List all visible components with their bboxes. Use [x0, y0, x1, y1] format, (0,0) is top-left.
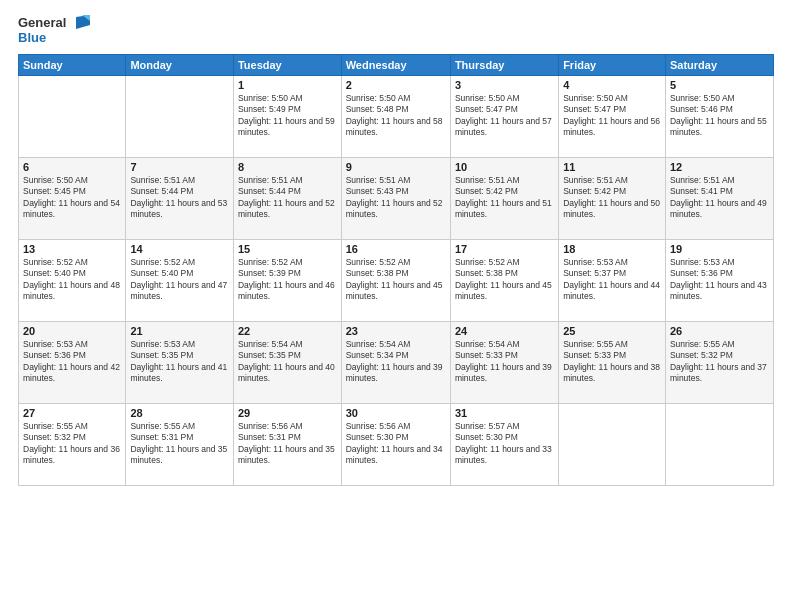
weekday-header-sunday: Sunday — [19, 54, 126, 75]
calendar-cell: 25Sunrise: 5:55 AMSunset: 5:33 PMDayligh… — [559, 321, 666, 403]
calendar-cell: 11Sunrise: 5:51 AMSunset: 5:42 PMDayligh… — [559, 157, 666, 239]
calendar-cell: 19Sunrise: 5:53 AMSunset: 5:36 PMDayligh… — [665, 239, 773, 321]
day-info: Sunrise: 5:51 AMSunset: 5:44 PMDaylight:… — [130, 175, 229, 221]
day-number: 14 — [130, 243, 229, 255]
calendar-cell: 16Sunrise: 5:52 AMSunset: 5:38 PMDayligh… — [341, 239, 450, 321]
calendar-cell: 28Sunrise: 5:55 AMSunset: 5:31 PMDayligh… — [126, 403, 234, 485]
day-number: 4 — [563, 79, 661, 91]
calendar-cell: 15Sunrise: 5:52 AMSunset: 5:39 PMDayligh… — [233, 239, 341, 321]
week-row-5: 27Sunrise: 5:55 AMSunset: 5:32 PMDayligh… — [19, 403, 774, 485]
day-info: Sunrise: 5:55 AMSunset: 5:33 PMDaylight:… — [563, 339, 661, 385]
week-row-3: 13Sunrise: 5:52 AMSunset: 5:40 PMDayligh… — [19, 239, 774, 321]
day-number: 21 — [130, 325, 229, 337]
calendar-cell: 12Sunrise: 5:51 AMSunset: 5:41 PMDayligh… — [665, 157, 773, 239]
logo-svg-container: General Blue — [18, 16, 90, 46]
calendar-cell: 13Sunrise: 5:52 AMSunset: 5:40 PMDayligh… — [19, 239, 126, 321]
day-info: Sunrise: 5:50 AMSunset: 5:46 PMDaylight:… — [670, 93, 769, 139]
day-number: 24 — [455, 325, 554, 337]
calendar-cell: 1Sunrise: 5:50 AMSunset: 5:49 PMDaylight… — [233, 75, 341, 157]
calendar-cell: 2Sunrise: 5:50 AMSunset: 5:48 PMDaylight… — [341, 75, 450, 157]
day-number: 2 — [346, 79, 446, 91]
logo-text-block: General Blue — [18, 16, 66, 46]
day-number: 5 — [670, 79, 769, 91]
header: General Blue — [18, 16, 774, 46]
calendar-cell: 14Sunrise: 5:52 AMSunset: 5:40 PMDayligh… — [126, 239, 234, 321]
day-number: 20 — [23, 325, 121, 337]
day-info: Sunrise: 5:52 AMSunset: 5:40 PMDaylight:… — [23, 257, 121, 303]
day-info: Sunrise: 5:53 AMSunset: 5:36 PMDaylight:… — [23, 339, 121, 385]
weekday-header-thursday: Thursday — [450, 54, 558, 75]
calendar-cell: 21Sunrise: 5:53 AMSunset: 5:35 PMDayligh… — [126, 321, 234, 403]
day-number: 19 — [670, 243, 769, 255]
day-number: 29 — [238, 407, 337, 419]
day-info: Sunrise: 5:51 AMSunset: 5:43 PMDaylight:… — [346, 175, 446, 221]
day-info: Sunrise: 5:51 AMSunset: 5:42 PMDaylight:… — [455, 175, 554, 221]
day-info: Sunrise: 5:50 AMSunset: 5:47 PMDaylight:… — [563, 93, 661, 139]
calendar-cell — [559, 403, 666, 485]
logo-blue: Blue — [18, 31, 66, 46]
calendar-cell — [126, 75, 234, 157]
day-info: Sunrise: 5:57 AMSunset: 5:30 PMDaylight:… — [455, 421, 554, 467]
day-number: 18 — [563, 243, 661, 255]
day-number: 1 — [238, 79, 337, 91]
calendar-cell: 5Sunrise: 5:50 AMSunset: 5:46 PMDaylight… — [665, 75, 773, 157]
calendar-cell: 31Sunrise: 5:57 AMSunset: 5:30 PMDayligh… — [450, 403, 558, 485]
calendar-cell: 30Sunrise: 5:56 AMSunset: 5:30 PMDayligh… — [341, 403, 450, 485]
weekday-header-friday: Friday — [559, 54, 666, 75]
day-info: Sunrise: 5:50 AMSunset: 5:48 PMDaylight:… — [346, 93, 446, 139]
day-info: Sunrise: 5:54 AMSunset: 5:33 PMDaylight:… — [455, 339, 554, 385]
calendar-cell: 17Sunrise: 5:52 AMSunset: 5:38 PMDayligh… — [450, 239, 558, 321]
week-row-2: 6Sunrise: 5:50 AMSunset: 5:45 PMDaylight… — [19, 157, 774, 239]
day-number: 12 — [670, 161, 769, 173]
calendar-cell: 27Sunrise: 5:55 AMSunset: 5:32 PMDayligh… — [19, 403, 126, 485]
day-info: Sunrise: 5:54 AMSunset: 5:34 PMDaylight:… — [346, 339, 446, 385]
calendar-cell: 23Sunrise: 5:54 AMSunset: 5:34 PMDayligh… — [341, 321, 450, 403]
day-info: Sunrise: 5:53 AMSunset: 5:36 PMDaylight:… — [670, 257, 769, 303]
calendar-cell: 18Sunrise: 5:53 AMSunset: 5:37 PMDayligh… — [559, 239, 666, 321]
day-number: 11 — [563, 161, 661, 173]
day-info: Sunrise: 5:55 AMSunset: 5:32 PMDaylight:… — [23, 421, 121, 467]
calendar-table: SundayMondayTuesdayWednesdayThursdayFrid… — [18, 54, 774, 486]
calendar-cell: 20Sunrise: 5:53 AMSunset: 5:36 PMDayligh… — [19, 321, 126, 403]
day-info: Sunrise: 5:51 AMSunset: 5:41 PMDaylight:… — [670, 175, 769, 221]
day-info: Sunrise: 5:52 AMSunset: 5:38 PMDaylight:… — [455, 257, 554, 303]
week-row-4: 20Sunrise: 5:53 AMSunset: 5:36 PMDayligh… — [19, 321, 774, 403]
calendar-cell: 29Sunrise: 5:56 AMSunset: 5:31 PMDayligh… — [233, 403, 341, 485]
day-number: 15 — [238, 243, 337, 255]
day-number: 7 — [130, 161, 229, 173]
day-number: 31 — [455, 407, 554, 419]
logo-general: General — [18, 16, 66, 31]
weekday-header-monday: Monday — [126, 54, 234, 75]
calendar-cell: 24Sunrise: 5:54 AMSunset: 5:33 PMDayligh… — [450, 321, 558, 403]
week-row-1: 1Sunrise: 5:50 AMSunset: 5:49 PMDaylight… — [19, 75, 774, 157]
day-number: 22 — [238, 325, 337, 337]
calendar-cell: 3Sunrise: 5:50 AMSunset: 5:47 PMDaylight… — [450, 75, 558, 157]
day-info: Sunrise: 5:56 AMSunset: 5:31 PMDaylight:… — [238, 421, 337, 467]
page: General Blue SundayMondayTuesdayWednesda… — [0, 0, 792, 612]
day-number: 17 — [455, 243, 554, 255]
day-info: Sunrise: 5:53 AMSunset: 5:35 PMDaylight:… — [130, 339, 229, 385]
calendar-cell: 22Sunrise: 5:54 AMSunset: 5:35 PMDayligh… — [233, 321, 341, 403]
weekday-header-wednesday: Wednesday — [341, 54, 450, 75]
calendar-cell — [665, 403, 773, 485]
day-info: Sunrise: 5:52 AMSunset: 5:38 PMDaylight:… — [346, 257, 446, 303]
day-info: Sunrise: 5:52 AMSunset: 5:40 PMDaylight:… — [130, 257, 229, 303]
day-info: Sunrise: 5:55 AMSunset: 5:31 PMDaylight:… — [130, 421, 229, 467]
day-number: 10 — [455, 161, 554, 173]
day-number: 9 — [346, 161, 446, 173]
calendar-cell: 10Sunrise: 5:51 AMSunset: 5:42 PMDayligh… — [450, 157, 558, 239]
weekday-header-saturday: Saturday — [665, 54, 773, 75]
day-info: Sunrise: 5:51 AMSunset: 5:44 PMDaylight:… — [238, 175, 337, 221]
day-info: Sunrise: 5:51 AMSunset: 5:42 PMDaylight:… — [563, 175, 661, 221]
day-number: 26 — [670, 325, 769, 337]
calendar-cell: 26Sunrise: 5:55 AMSunset: 5:32 PMDayligh… — [665, 321, 773, 403]
day-number: 27 — [23, 407, 121, 419]
calendar-cell: 9Sunrise: 5:51 AMSunset: 5:43 PMDaylight… — [341, 157, 450, 239]
day-number: 13 — [23, 243, 121, 255]
day-number: 28 — [130, 407, 229, 419]
day-number: 25 — [563, 325, 661, 337]
calendar-cell: 7Sunrise: 5:51 AMSunset: 5:44 PMDaylight… — [126, 157, 234, 239]
day-number: 3 — [455, 79, 554, 91]
day-info: Sunrise: 5:50 AMSunset: 5:45 PMDaylight:… — [23, 175, 121, 221]
logo: General Blue — [18, 16, 90, 46]
